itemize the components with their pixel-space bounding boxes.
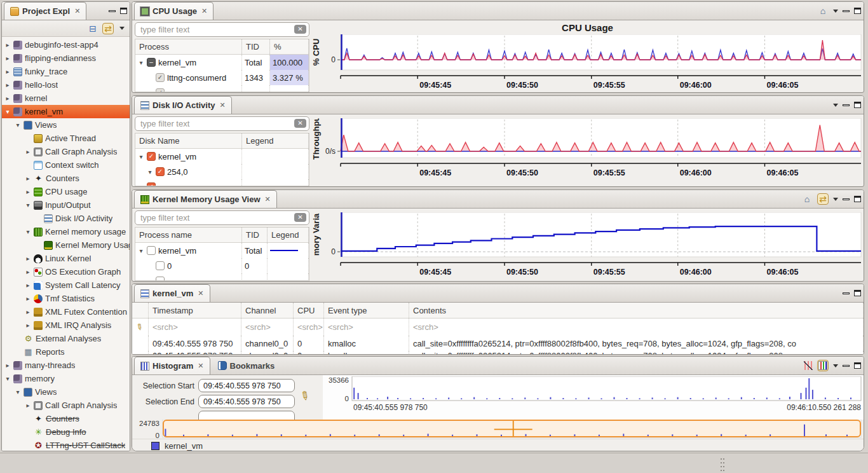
close-icon[interactable]: ✕ (220, 101, 226, 109)
checkbox-empty[interactable] (156, 261, 165, 270)
table-row[interactable]: ✓ (135, 85, 309, 92)
search-cell[interactable]: <srch> (241, 319, 294, 336)
tab-disk-io[interactable]: Disk I/O Activity ✕ (134, 96, 232, 114)
search-cell[interactable]: <srch> (409, 319, 864, 336)
tree-item-memory[interactable]: ▾memory (2, 372, 130, 385)
tree-expander-icon[interactable]: ▾ (15, 121, 21, 128)
column-header-timestamp[interactable]: Timestamp (149, 303, 241, 318)
tree-item-tmf-statistics[interactable]: ▸Tmf Statistics (2, 292, 130, 305)
kernel-memory-chart[interactable]: mory Varia009:45:4509:45:5009:45:5509:46… (311, 212, 864, 280)
tree-item-xml-futex-contention[interactable]: ▸XML Futex Contention (2, 305, 130, 319)
tree-item-kernel-memory-usage[interactable]: ▾Kernel memory usage (2, 225, 130, 238)
tree-item-counters[interactable]: ✦Counters (2, 412, 130, 425)
tree-item-views[interactable]: ▾Views (2, 385, 130, 399)
clear-filter-icon[interactable]: ✕ (294, 119, 306, 128)
column-header-channel[interactable]: Channel (241, 303, 294, 318)
table-row[interactable]: ▾kernel_vmTotal (135, 243, 309, 258)
maximize-icon[interactable] (854, 8, 861, 14)
close-icon[interactable]: ✕ (74, 7, 80, 15)
home-icon[interactable]: ⌂ (817, 5, 829, 17)
tree-expander-icon[interactable]: ▸ (25, 322, 31, 329)
row-expander-icon[interactable]: ▾ (147, 168, 153, 175)
view-menu-icon[interactable] (119, 27, 125, 30)
tree-item-reports[interactable]: ▦Reports (2, 345, 130, 359)
view-menu-icon[interactable] (833, 198, 838, 201)
clear-filter-icon[interactable]: ✕ (294, 25, 306, 34)
checkbox-orange[interactable]: ✓ (147, 182, 156, 186)
collapse-all-icon[interactable]: ⊟ (89, 24, 97, 34)
tree-item-flipping-endianness[interactable]: ▸flipping-endianness (2, 51, 130, 65)
column-header-contents[interactable]: Contents (409, 303, 864, 318)
tree-item-active-thread[interactable]: Active Thread (2, 132, 130, 145)
column-header-process-name[interactable]: Process name (135, 228, 242, 242)
maximize-icon[interactable] (120, 8, 127, 14)
tree-expander-icon[interactable]: ▸ (25, 175, 31, 182)
events-data-row[interactable]: 09:45:40.555 978 750channel0_00kmallocca… (132, 336, 864, 351)
cpu-process-table[interactable]: ProcessTID%▾–kernel_vmTotal100.000✓lttng… (135, 39, 309, 92)
tree-item-xml-irq-analysis[interactable]: ▸XML IRQ Analysis (2, 319, 130, 332)
tree-item-debug-info[interactable]: ✳Debug Info (2, 425, 130, 439)
tab-project-explorer[interactable]: Project Expl ✕ (4, 2, 86, 20)
column-header-legend[interactable]: Legend (242, 134, 309, 148)
tree-expander-icon[interactable]: ▾ (4, 375, 11, 382)
tab-histogram[interactable]: Histogram ✕ (134, 357, 210, 374)
tree-expander-icon[interactable]: ▾ (15, 388, 21, 395)
close-icon[interactable]: ✕ (198, 289, 203, 298)
tree-expander-icon[interactable]: ▾ (4, 108, 11, 115)
clear-filter-icon[interactable]: ✕ (294, 213, 306, 222)
tree-expander-icon[interactable]: ▸ (25, 188, 31, 195)
tree-expander-icon[interactable]: ▸ (25, 282, 31, 289)
tree-expander-icon[interactable]: ▾ (25, 228, 31, 235)
table-row[interactable]: ✓lttng-consumerd13433.327 % (135, 70, 309, 85)
tree-expander-icon[interactable]: ▸ (25, 295, 31, 302)
activate-trace-coloring-icon[interactable] (817, 360, 829, 371)
tree-item-cpu-usage[interactable]: ▸CPU usage (2, 185, 130, 198)
maximize-icon[interactable] (854, 102, 861, 108)
events-search-row[interactable]: ✎<srch><srch><srch><srch><srch> (132, 319, 864, 336)
checkbox-orange[interactable]: ✓ (147, 152, 156, 161)
maximize-icon[interactable] (854, 196, 861, 202)
checkbox-graycheck[interactable]: ✓ (156, 88, 165, 92)
minimize-icon[interactable] (109, 10, 116, 12)
checkbox-empty[interactable] (147, 246, 156, 255)
minimize-icon[interactable] (843, 198, 850, 200)
column-header-tid[interactable]: TID (242, 228, 268, 242)
tree-item-hello-lost[interactable]: ▸hello-lost (2, 78, 130, 92)
search-cell[interactable]: <srch> (149, 319, 241, 336)
tree-item-kernel-vm[interactable]: ▾kernel_vm (2, 105, 130, 118)
selection-histogram-chart[interactable]: 35366009:45:40.555 978 75009:46:10.550 2… (323, 376, 864, 414)
tree-expander-icon[interactable]: ▸ (4, 95, 11, 102)
search-cell[interactable]: <srch> (324, 319, 409, 336)
tree-item-lttng-ust-callstack[interactable]: ✪LTTng-UST CallStack (2, 439, 130, 451)
column-header--[interactable]: % (270, 39, 309, 54)
minimize-icon[interactable] (843, 365, 850, 367)
selection-end-input[interactable] (198, 395, 295, 408)
tree-expander-icon[interactable]: ▸ (4, 55, 11, 62)
tree-item-context-switch[interactable]: Context switch (2, 158, 130, 172)
full-range-histogram-chart[interactable]: 247830 (132, 420, 864, 439)
tree-item-counters[interactable]: ▸✦Counters (2, 172, 130, 185)
tree-item-debuginfo-test-app4[interactable]: ▸debuginfo-test-app4 (2, 38, 130, 51)
table-row[interactable]: ✓ (135, 179, 309, 186)
tree-expander-icon[interactable]: ▸ (25, 255, 31, 262)
events-data-row-partial[interactable]: 09:45:40.555 978 750channel0_00kmallocca… (132, 351, 864, 355)
column-header-disk-name[interactable]: Disk Name (135, 134, 242, 148)
view-menu-icon[interactable] (833, 10, 838, 13)
tab-cpu-usage[interactable]: CPU Usage ✕ (134, 2, 214, 20)
column-header-event-type[interactable]: Event type (324, 303, 409, 318)
checkbox-graycheck[interactable]: ✓ (156, 73, 165, 82)
tree-item-system-call-latency[interactable]: ▸System Call Latency (2, 278, 130, 292)
tab-bookmarks[interactable]: Bookmarks (212, 357, 281, 374)
tree-expander-icon[interactable]: ▸ (4, 81, 11, 88)
row-expander-icon[interactable]: ▾ (138, 153, 144, 160)
tree-item-many-threads[interactable]: ▸many-threads (2, 359, 130, 372)
tab-events-kernel-vm[interactable]: kernel_vm ✕ (134, 284, 210, 302)
table-row[interactable]: ▾✓kernel_vm (135, 149, 309, 164)
checkbox-orange[interactable]: ✓ (156, 167, 165, 176)
disk-name-table[interactable]: Disk NameLegend▾✓kernel_vm▾✓254,0✓ (135, 133, 309, 186)
table-row[interactable]: 00 (135, 258, 309, 273)
minimize-icon[interactable] (843, 10, 850, 12)
column-header-legend[interactable]: Legend (268, 228, 309, 242)
close-icon[interactable]: ✕ (265, 195, 271, 203)
table-row[interactable]: ▾–kernel_vmTotal100.000 (135, 55, 309, 70)
